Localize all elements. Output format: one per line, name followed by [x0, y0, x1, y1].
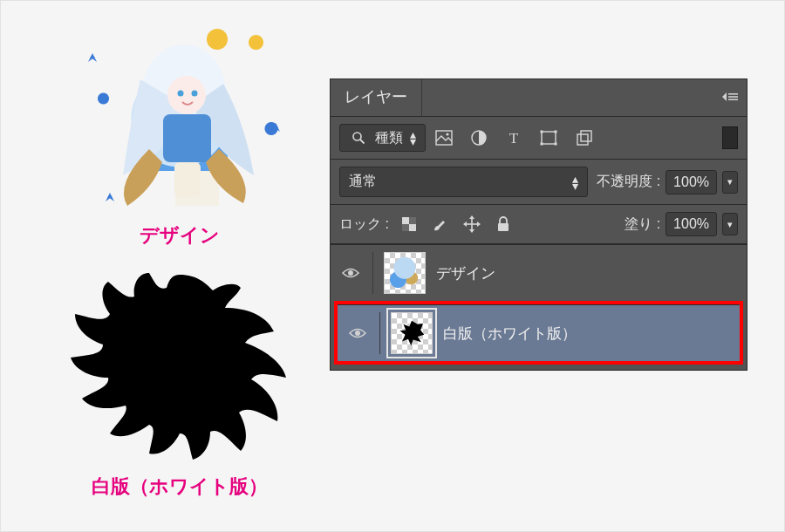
- page-frame: デザイン 白版（ホワイト版） レイヤー 種類 ▴▾: [0, 0, 785, 532]
- svg-point-9: [207, 29, 228, 50]
- adjustment-filter-icon[interactable]: [469, 128, 488, 147]
- svg-point-17: [446, 133, 448, 135]
- blend-opacity-row: 通常 ▴▾ 不透明度 : 100% ▾: [331, 160, 747, 205]
- svg-rect-37: [498, 223, 509, 231]
- layers-panel-tab[interactable]: レイヤー: [331, 79, 422, 116]
- layers-list: デザイン 白版（ホワイト版）: [331, 244, 747, 365]
- layer-thumbnail[interactable]: [384, 252, 426, 294]
- blend-mode-select[interactable]: 通常 ▴▾: [339, 167, 588, 197]
- svg-marker-33: [469, 215, 474, 219]
- left-illustration-column: デザイン 白版（ホワイト版）: [53, 18, 306, 500]
- svg-rect-22: [555, 131, 557, 133]
- svg-line-15: [360, 140, 365, 144]
- visibility-toggle[interactable]: [339, 267, 362, 279]
- layer-filter-row: 種類 ▴▾ T: [331, 117, 747, 160]
- svg-marker-10: [722, 92, 727, 101]
- panel-menu-icon[interactable]: [713, 85, 747, 110]
- svg-point-5: [178, 91, 184, 97]
- opacity-dropdown-button[interactable]: ▾: [722, 171, 738, 194]
- svg-point-38: [348, 270, 353, 276]
- svg-point-14: [353, 133, 361, 140]
- image-filter-icon[interactable]: [434, 128, 454, 147]
- filter-toggle-switch[interactable]: [722, 126, 738, 149]
- svg-rect-25: [577, 134, 588, 145]
- svg-rect-28: [409, 224, 416, 231]
- layer-item-white-plate[interactable]: 白版（ホワイト版）: [338, 304, 740, 361]
- svg-text:T: T: [509, 130, 519, 146]
- fill-label: 塗り :: [625, 215, 660, 234]
- fill-dropdown-button[interactable]: ▾: [722, 213, 738, 235]
- transparency-lock-icon[interactable]: [399, 215, 419, 234]
- svg-marker-0: [88, 53, 97, 62]
- layers-panel-header: レイヤー: [331, 79, 747, 117]
- svg-point-4: [167, 76, 206, 114]
- svg-marker-2: [106, 193, 114, 201]
- svg-rect-27: [402, 217, 409, 224]
- updown-icon: ▴▾: [572, 175, 578, 189]
- opacity-group: 不透明度 : 100% ▾: [597, 170, 738, 194]
- lock-label: ロック :: [339, 215, 389, 234]
- svg-rect-11: [728, 93, 738, 95]
- svg-rect-24: [555, 143, 557, 146]
- svg-rect-7: [163, 114, 211, 162]
- updown-icon: ▴▾: [410, 131, 416, 145]
- full-lock-icon[interactable]: [494, 215, 513, 234]
- svg-marker-36: [477, 222, 481, 227]
- svg-rect-20: [542, 132, 556, 144]
- layer-filter-type-dropdown[interactable]: 種類 ▴▾: [339, 124, 426, 152]
- design-illustration-label: デザイン: [53, 222, 306, 249]
- svg-rect-8: [174, 162, 201, 197]
- layer-filter-icons: T: [434, 126, 738, 149]
- layers-panel: レイヤー 種類 ▴▾: [331, 79, 747, 370]
- brush-lock-icon[interactable]: [431, 215, 450, 234]
- silhouette-illustration-label: 白版（ホワイト版）: [53, 474, 306, 500]
- svg-rect-21: [541, 131, 543, 133]
- shape-filter-icon[interactable]: [539, 128, 558, 147]
- lock-icons-group: [399, 215, 513, 234]
- svg-marker-1: [271, 123, 280, 132]
- search-icon: [349, 128, 368, 147]
- svg-point-6: [192, 91, 198, 97]
- layer-name-label[interactable]: デザイン: [436, 263, 495, 283]
- svg-rect-26: [581, 131, 591, 141]
- svg-rect-30: [402, 224, 409, 231]
- filter-type-label: 種類: [375, 129, 403, 147]
- type-filter-icon[interactable]: T: [504, 128, 523, 147]
- blend-mode-value: 通常: [349, 173, 377, 191]
- opacity-input[interactable]: 100%: [666, 170, 717, 194]
- svg-rect-29: [409, 217, 416, 224]
- layer-item-design[interactable]: デザイン: [331, 244, 747, 301]
- svg-marker-34: [469, 229, 474, 233]
- smartobject-filter-icon[interactable]: [574, 128, 593, 147]
- fill-input[interactable]: 100%: [666, 212, 717, 236]
- svg-rect-12: [728, 96, 738, 98]
- move-lock-icon[interactable]: [462, 215, 481, 234]
- visibility-toggle[interactable]: [346, 327, 369, 339]
- lock-fill-row: ロック : 塗り : 100%: [331, 205, 747, 244]
- layer-thumbnail[interactable]: [391, 312, 433, 354]
- selected-layer-highlight: 白版（ホワイト版）: [334, 301, 743, 365]
- opacity-label: 不透明度 :: [597, 173, 660, 191]
- design-illustration: [71, 18, 289, 219]
- fill-group: 塗り : 100% ▾: [625, 212, 738, 236]
- svg-rect-13: [728, 99, 738, 100]
- svg-rect-23: [541, 143, 543, 146]
- silhouette-illustration: [58, 266, 302, 467]
- svg-rect-16: [436, 131, 452, 145]
- svg-point-39: [355, 331, 360, 336]
- layer-name-label[interactable]: 白版（ホワイト版）: [443, 324, 577, 344]
- svg-marker-35: [463, 222, 467, 227]
- fill-value: 100%: [673, 216, 709, 232]
- opacity-value: 100%: [673, 174, 709, 190]
